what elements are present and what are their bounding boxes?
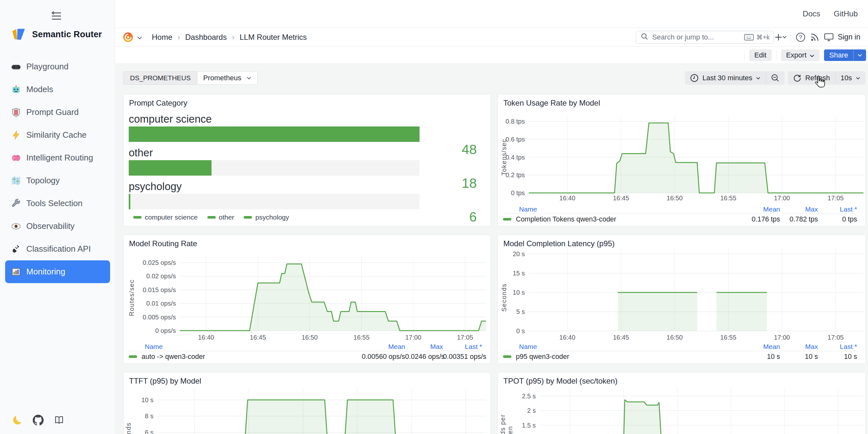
svg-text:10 s: 10 s	[141, 397, 153, 403]
svg-text:16:40: 16:40	[559, 334, 575, 341]
docs-link[interactable]: Docs	[803, 9, 820, 18]
brain-icon	[11, 153, 21, 163]
search-icon	[641, 33, 648, 42]
github-link[interactable]: GitHub	[834, 9, 858, 18]
gauge-value: 18	[438, 176, 477, 191]
search-placeholder: Search or jump to...	[652, 33, 744, 41]
panel-title[interactable]: Model Completion Latency (p95)	[503, 239, 615, 248]
time-range-group: Last 30 minutes	[685, 71, 784, 85]
sidebar-footer	[11, 415, 65, 426]
zoom-out-button[interactable]	[766, 71, 784, 85]
legend-header: Name Mean Max Last *	[503, 205, 857, 214]
sign-in-button[interactable]: Sign in	[838, 33, 860, 41]
sidebar-item-tools-selection[interactable]: Tools Selection	[5, 192, 110, 215]
monitor-icon[interactable]	[822, 30, 836, 44]
sidebar-item-label: Similarity Cache	[26, 130, 87, 140]
breadcrumb: Home › Dashboards › LLM Router Metrics	[152, 33, 307, 42]
svg-text:16:45: 16:45	[250, 334, 266, 341]
zoom-out-icon	[771, 74, 779, 82]
panel-prompt-category: Prompt Category computer science48other1…	[123, 94, 491, 226]
gauge-label: psychology	[129, 179, 485, 194]
legend-item[interactable]: computer science	[133, 214, 198, 221]
bar-chart-icon	[11, 267, 21, 277]
divider	[744, 51, 745, 60]
sidebar-item-label: Monitoring	[26, 267, 65, 277]
help-icon[interactable]: ?	[794, 30, 808, 44]
gauge-track	[129, 160, 420, 176]
sidebar-item-monitoring[interactable]: Monitoring	[5, 260, 110, 283]
sidebar-item-classification-api[interactable]: Classification API	[5, 238, 110, 260]
sidebar-item-models[interactable]: Models	[5, 78, 110, 101]
legend-row: Completion Tokens qwen3-coder 0.176 tps …	[503, 214, 857, 225]
sidebar-item-topology[interactable]: Topology	[5, 169, 110, 192]
svg-text:16:40: 16:40	[198, 334, 214, 341]
datasource-select[interactable]: Prometheus	[197, 71, 257, 85]
panel-title[interactable]: Token Usage Rate by Model	[503, 98, 600, 107]
add-menu-button[interactable]	[774, 30, 788, 44]
time-range-picker[interactable]: Last 30 minutes	[685, 71, 766, 85]
brand-name: Semantic Router	[32, 30, 102, 39]
gauge-row: other18	[129, 146, 485, 176]
panel-title[interactable]: Model Routing Rate	[129, 239, 197, 248]
plug-icon	[11, 244, 21, 254]
book-icon[interactable]	[54, 415, 65, 426]
breadcrumb-home[interactable]: Home	[152, 33, 173, 42]
search-shortcut: ⌘+k	[744, 33, 770, 41]
panel-legend: computer scienceotherpsychology	[133, 214, 289, 221]
refresh-interval-select[interactable]: 10s	[836, 71, 865, 85]
series-color-dash	[207, 216, 216, 219]
svg-text:0.2 tps: 0.2 tps	[505, 172, 525, 179]
svg-text:17:05: 17:05	[828, 334, 844, 341]
panel-legend: Name Mean Max Last * auto -> qwen3-coder…	[129, 342, 482, 362]
news-rss-icon[interactable]	[808, 30, 822, 44]
grafana-navbar: Home › Dashboards › LLM Router Metrics S…	[115, 28, 868, 46]
panel-model-routing: Model Routing Rate Routes/sec 16:4016:45…	[123, 235, 491, 364]
refresh-group: Refresh 10s	[788, 71, 865, 85]
svg-text:1.5 s: 1.5 s	[522, 422, 536, 429]
series-color-dash	[244, 216, 252, 219]
dashboard-actions-row: Edit Export Share	[115, 46, 868, 64]
grafana-logo-icon[interactable]	[122, 31, 134, 43]
panel-title[interactable]: TPOT (p95) by Model (sec/token)	[503, 376, 618, 385]
svg-text:0.6 tps: 0.6 tps	[505, 136, 525, 143]
breadcrumb-separator: ›	[178, 33, 180, 42]
legend-item[interactable]: other	[207, 214, 234, 221]
search-input[interactable]: Search or jump to... ⌘+k	[636, 31, 774, 44]
panel-title[interactable]: TTFT (p95) by Model	[129, 376, 201, 385]
svg-text:17:05: 17:05	[828, 194, 844, 202]
gauge-track	[129, 194, 420, 209]
sidebar-collapse-icon[interactable]	[49, 11, 63, 21]
svg-text:5 s: 5 s	[516, 308, 525, 315]
sidebar-item-playground[interactable]: Playground	[5, 55, 110, 78]
breadcrumb-dashboards[interactable]: Dashboards	[185, 33, 227, 42]
gauge-value: 48	[438, 142, 477, 157]
svg-text:16:55: 16:55	[720, 194, 736, 202]
refresh-button[interactable]: Refresh	[788, 71, 835, 85]
sidebar-nav: PlaygroundModelsPrompt GuardSimilarity C…	[0, 55, 115, 283]
datasource-picker: DS_PROMETHEUS Prometheus	[123, 71, 257, 85]
moon-icon[interactable]	[11, 415, 23, 426]
share-button[interactable]: Share	[824, 50, 853, 61]
chevron-down-icon[interactable]	[137, 35, 142, 41]
export-button[interactable]: Export	[781, 50, 820, 61]
sidebar-item-observability[interactable]: Observability	[5, 215, 110, 238]
sidebar-item-similarity-cache[interactable]: Similarity Cache	[5, 124, 110, 146]
sidebar-item-label: Playground	[26, 62, 69, 71]
legend-header: Name Mean Max Last *	[129, 342, 482, 351]
panel-title[interactable]: Prompt Category	[129, 98, 187, 107]
github-icon[interactable]	[33, 415, 44, 426]
main-area: Docs GitHub Home › Dashboards › LLM Rout…	[115, 0, 868, 434]
sidebar-item-intelligent-routing[interactable]: Intelligent Routing	[5, 146, 110, 169]
share-dropdown-button[interactable]	[853, 50, 866, 61]
sidebar-item-prompt-guard[interactable]: Prompt Guard	[5, 101, 110, 124]
gauge-track	[129, 126, 420, 142]
legend-row: auto -> qwen3-coder 0.00560 ops/s 0.0246…	[129, 351, 482, 362]
gauge-row: computer science48	[129, 112, 485, 142]
svg-text:17:00: 17:00	[774, 334, 790, 341]
legend-item[interactable]: psychology	[244, 214, 289, 221]
sidebar-item-label: Classification API	[26, 244, 91, 254]
svg-text:0.4 tps: 0.4 tps	[505, 154, 525, 161]
svg-text:17:05: 17:05	[457, 334, 473, 341]
edit-button[interactable]: Edit	[749, 50, 772, 61]
svg-text:16:45: 16:45	[613, 194, 629, 202]
